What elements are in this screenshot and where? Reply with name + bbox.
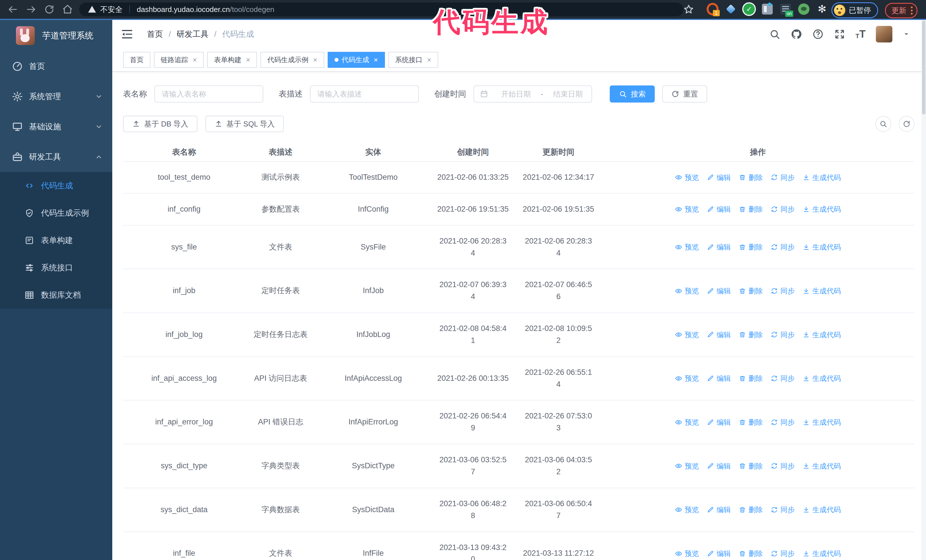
edit-link[interactable]: 编辑: [707, 329, 731, 340]
sync-link[interactable]: 同步: [771, 204, 794, 215]
extension-switch-icon[interactable]: on: [779, 3, 791, 15]
tab[interactable]: 代码生成示例 ×: [260, 52, 324, 68]
preview-link[interactable]: 预览: [675, 285, 699, 296]
delete-link[interactable]: 删除: [739, 460, 763, 472]
sync-link[interactable]: 同步: [771, 504, 794, 515]
paused-badge[interactable]: 已暂停: [831, 2, 878, 18]
generate-code-link[interactable]: 生成代码: [803, 373, 841, 384]
tab[interactable]: 代码生成 ×: [328, 52, 385, 68]
address-bar[interactable]: 不安全 dashboard.yudao.iocoder.cn/tool/code…: [79, 3, 683, 16]
browser-forward-icon[interactable]: [26, 4, 36, 15]
extension-diamond-icon[interactable]: [725, 3, 737, 15]
sidebar-item-devtools[interactable]: 研发工具: [0, 142, 112, 172]
browser-home-icon[interactable]: [62, 4, 73, 15]
close-icon[interactable]: ×: [246, 56, 250, 63]
preview-link[interactable]: 预览: [675, 417, 699, 428]
update-button[interactable]: 更新: [885, 3, 917, 18]
toggle-search-button[interactable]: [875, 116, 891, 132]
extension-monkey-icon[interactable]: [798, 3, 810, 15]
extension-shield-check-icon[interactable]: ✓: [743, 3, 755, 15]
preview-link[interactable]: 预览: [675, 504, 699, 515]
sidebar-item-home[interactable]: 首页: [0, 51, 112, 82]
table-name-input[interactable]: [154, 86, 263, 103]
edit-link[interactable]: 编辑: [707, 504, 731, 515]
import-sql-button[interactable]: 基于 SQL 导入: [206, 116, 284, 132]
preview-link[interactable]: 预览: [675, 460, 699, 472]
delete-link[interactable]: 删除: [739, 417, 763, 428]
preview-link[interactable]: 预览: [675, 329, 699, 340]
close-icon[interactable]: ×: [193, 56, 197, 63]
date-start-placeholder[interactable]: 开始日期: [492, 89, 540, 99]
tab[interactable]: 首页: [123, 52, 150, 68]
preview-link[interactable]: 预览: [675, 242, 699, 253]
delete-link[interactable]: 删除: [739, 242, 763, 253]
sidebar-item-form-builder[interactable]: 表单构建: [0, 227, 112, 254]
generate-code-link[interactable]: 生成代码: [803, 460, 841, 472]
edit-link[interactable]: 编辑: [707, 548, 731, 559]
date-range-picker[interactable]: 开始日期 - 结束日期: [474, 86, 592, 103]
refresh-table-button[interactable]: [899, 116, 915, 132]
sync-link[interactable]: 同步: [771, 460, 794, 472]
generate-code-link[interactable]: 生成代码: [803, 417, 841, 428]
extension-puzzle-icon[interactable]: ✻: [816, 3, 828, 15]
search-icon[interactable]: [769, 29, 781, 40]
breadcrumb-devtools[interactable]: 研发工具: [177, 29, 209, 39]
extension-panel-icon[interactable]: [761, 3, 773, 15]
delete-link[interactable]: 删除: [739, 329, 763, 340]
generate-code-link[interactable]: 生成代码: [803, 242, 841, 253]
close-icon[interactable]: ×: [313, 56, 317, 63]
font-size-icon[interactable]: TT: [856, 29, 865, 39]
generate-code-link[interactable]: 生成代码: [803, 504, 841, 515]
generate-code-link[interactable]: 生成代码: [803, 285, 841, 296]
hamburger-icon[interactable]: [121, 28, 133, 41]
scrollbar[interactable]: [921, 20, 926, 560]
preview-link[interactable]: 预览: [675, 548, 699, 559]
browser-back-icon[interactable]: [8, 4, 18, 15]
sync-link[interactable]: 同步: [771, 329, 794, 340]
sync-link[interactable]: 同步: [771, 548, 794, 559]
edit-link[interactable]: 编辑: [707, 172, 731, 183]
sync-link[interactable]: 同步: [771, 417, 794, 428]
edit-link[interactable]: 编辑: [707, 285, 731, 296]
sidebar-item-system[interactable]: 系统管理: [0, 82, 112, 112]
generate-code-link[interactable]: 生成代码: [803, 329, 841, 340]
extension-adblock-icon[interactable]: 1: [707, 3, 719, 15]
edit-link[interactable]: 编辑: [707, 242, 731, 253]
sidebar-logo[interactable]: 芋道管理系统: [0, 20, 112, 51]
close-icon[interactable]: ×: [374, 56, 378, 63]
table-desc-input[interactable]: [310, 86, 419, 103]
sync-link[interactable]: 同步: [771, 242, 794, 253]
bookmark-star-icon[interactable]: [683, 4, 694, 15]
generate-code-link[interactable]: 生成代码: [803, 204, 841, 215]
preview-link[interactable]: 预览: [675, 204, 699, 215]
kebab-menu-icon[interactable]: [911, 6, 912, 15]
scrollbar-thumb[interactable]: [922, 21, 925, 115]
delete-link[interactable]: 删除: [739, 285, 763, 296]
search-button[interactable]: 搜索: [610, 86, 655, 103]
delete-link[interactable]: 删除: [739, 373, 763, 384]
edit-link[interactable]: 编辑: [707, 460, 731, 472]
delete-link[interactable]: 删除: [739, 548, 763, 559]
delete-link[interactable]: 删除: [739, 172, 763, 183]
edit-link[interactable]: 编辑: [707, 204, 731, 215]
sidebar-item-system-api[interactable]: 系统接口: [0, 254, 112, 281]
sync-link[interactable]: 同步: [771, 285, 794, 296]
sidebar-item-codegen[interactable]: 代码生成: [0, 172, 112, 199]
delete-link[interactable]: 删除: [739, 504, 763, 515]
generate-code-link[interactable]: 生成代码: [803, 548, 841, 559]
reset-button[interactable]: 重置: [662, 86, 707, 103]
import-db-button[interactable]: 基于 DB 导入: [123, 116, 197, 132]
sync-link[interactable]: 同步: [771, 172, 794, 183]
preview-link[interactable]: 预览: [675, 373, 699, 384]
browser-reload-icon[interactable]: [44, 4, 55, 15]
close-icon[interactable]: ×: [427, 56, 431, 63]
date-end-placeholder[interactable]: 结束日期: [544, 89, 592, 99]
tab[interactable]: 表单构建 ×: [207, 52, 257, 68]
sidebar-item-infra[interactable]: 基础设施: [0, 112, 112, 142]
delete-link[interactable]: 删除: [739, 204, 763, 215]
avatar[interactable]: [876, 26, 893, 42]
tab[interactable]: 系统接口 ×: [388, 52, 438, 68]
breadcrumb-home[interactable]: 首页: [147, 29, 163, 39]
edit-link[interactable]: 编辑: [707, 373, 731, 384]
github-icon[interactable]: [791, 29, 802, 40]
